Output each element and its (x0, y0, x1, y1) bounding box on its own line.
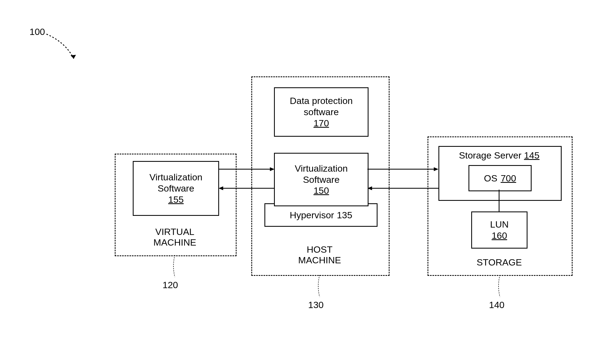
svg-marker-9 (367, 186, 372, 190)
vm-virt-software-box: Virtualization Software 155 (133, 161, 219, 216)
host-vs-line2: Software (303, 174, 340, 185)
storage-server-num: 145 (524, 150, 540, 160)
svg-marker-7 (434, 167, 438, 171)
host-vs-num: 150 (314, 185, 329, 196)
vm-virt-sw-line1: Virtualization (149, 172, 202, 183)
host-virt-software-box: Virtualization Software 150 (274, 153, 369, 206)
vm-virt-sw-line2: Software (158, 183, 194, 194)
host-to-vm-arrow (219, 186, 275, 191)
virtual-machine-title: VIRTUAL MACHINE (115, 226, 235, 248)
vm-ref-num: 120 (163, 280, 178, 290)
svg-marker-0 (70, 55, 76, 59)
host-title-l2: MACHINE (298, 255, 341, 265)
vm-to-host-arrow (219, 166, 275, 172)
host-machine-title: HOST MACHINE (251, 244, 388, 265)
vm-callout-line (169, 255, 180, 280)
dp-line2: software (304, 106, 339, 118)
storage-title-text: STORAGE (477, 257, 522, 267)
fig-ref-number: 100 (30, 26, 45, 37)
os-box: OS 700 (468, 165, 532, 191)
storage-ref-num: 140 (489, 300, 505, 310)
dp-line1: Data protection (290, 95, 353, 106)
svg-marker-3 (270, 167, 275, 171)
host-vs-line1: Virtualization (295, 163, 348, 174)
lun-num: 160 (492, 230, 507, 241)
storage-server-label-row: Storage Server 145 (438, 150, 560, 161)
vm-title-l2: MACHINE (154, 237, 196, 247)
storage-to-host-arrow (367, 186, 438, 191)
host-to-storage-arrow (367, 166, 438, 172)
storage-server-label: Storage Server (459, 150, 521, 160)
vm-virt-sw-num: 155 (168, 194, 184, 205)
lun-label: LUN (490, 219, 509, 230)
hypervisor-label: Hypervisor (290, 210, 334, 221)
hypervisor-num: 135 (337, 210, 352, 221)
hypervisor-box: Hypervisor 135 (264, 203, 378, 227)
data-protection-box: Data protection software 170 (274, 87, 369, 137)
os-num: 700 (501, 173, 516, 184)
os-to-lun-line (499, 190, 500, 211)
host-callout-line (314, 275, 325, 300)
fig-ref-arrow (44, 31, 82, 64)
host-ref-num: 130 (308, 300, 324, 310)
svg-marker-5 (219, 186, 223, 190)
storage-title: STORAGE (428, 257, 571, 268)
storage-callout-line (494, 275, 505, 300)
host-title-l1: HOST (307, 244, 332, 255)
lun-box: LUN 160 (471, 211, 527, 249)
os-label: OS (484, 173, 497, 184)
vm-title-l1: VIRTUAL (155, 226, 194, 237)
dp-num: 170 (314, 118, 329, 129)
